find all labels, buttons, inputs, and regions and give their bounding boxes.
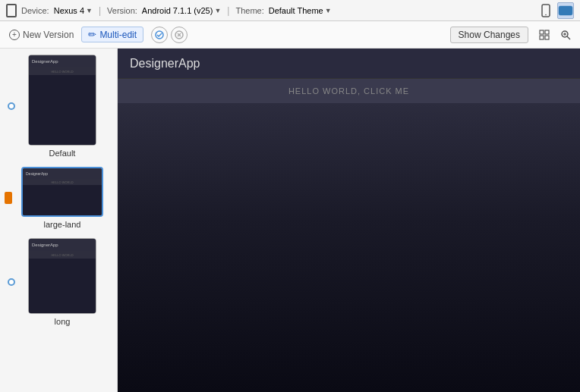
variant-label-long: long (55, 317, 71, 326)
svg-rect-10 (545, 36, 549, 39)
plus-icon: + (9, 30, 20, 40)
device-label: Device: (21, 6, 49, 15)
tablet-icon-button[interactable] (557, 2, 574, 19)
app-title: DesignerApp (130, 57, 200, 71)
check-circle-button[interactable] (151, 27, 168, 43)
variant-thumb-large-land: DesignerApp HELLO WORLD (21, 167, 103, 217)
variant-row-large-land: DesignerApp HELLO WORLD large-land (0, 167, 117, 229)
multi-edit-button[interactable]: ✏ Multi-edit (81, 27, 143, 42)
main-content: DesignerApp HELLO WORLD Default (0, 49, 580, 392)
variant-label-default: Default (49, 149, 76, 158)
device-value: Nexus 4 (54, 6, 84, 15)
variant-row-default: DesignerApp HELLO WORLD Default (0, 55, 117, 158)
version-dropdown[interactable]: Android 7.1.1 (v25) ▼ (142, 6, 221, 15)
theme-value: Default Theme (269, 6, 323, 15)
hello-world-bar: HELLO WORLD, CLICK ME (118, 79, 580, 103)
version-value: Android 7.1.1 (v25) (142, 6, 213, 15)
variant-item-default[interactable]: DesignerApp HELLO WORLD Default (13, 55, 112, 158)
zoom-icon-button[interactable] (557, 27, 574, 43)
theme-label: Theme: (235, 6, 263, 15)
multi-edit-label: Multi-edit (99, 30, 137, 40)
svg-rect-2 (559, 6, 572, 15)
new-version-button[interactable]: + New Version (6, 28, 77, 42)
orange-indicator (5, 192, 12, 204)
svg-rect-8 (545, 30, 549, 34)
new-version-label: New Version (23, 30, 74, 40)
connector-dot-long (8, 278, 15, 286)
variant-thumb-long: DesignerApp HELLO WORLD (28, 238, 96, 314)
theme-chevron-icon: ▼ (325, 7, 332, 14)
preview-content (118, 103, 580, 392)
theme-dropdown[interactable]: Default Theme ▼ (269, 6, 332, 15)
device-dropdown[interactable]: Nexus 4 ▼ (54, 6, 93, 15)
top-bar-icons (537, 2, 574, 19)
second-toolbar: + New Version ✏ Multi-edit Show Changes (0, 21, 580, 49)
top-toolbar: Device: Nexus 4 ▼ | Version: Android 7.1… (0, 0, 580, 21)
version-chevron-icon: ▼ (214, 7, 221, 14)
variant-item-long[interactable]: DesignerApp HELLO WORLD long (13, 238, 112, 326)
device-icon (6, 4, 17, 17)
variants-panel: DesignerApp HELLO WORLD Default (0, 49, 118, 392)
connector-dot-default (8, 102, 15, 110)
grid-icon-button[interactable] (536, 27, 553, 43)
pencil-icon: ✏ (88, 29, 96, 40)
svg-point-1 (545, 14, 547, 15)
action-icons (151, 27, 188, 43)
svg-rect-9 (540, 36, 544, 39)
phone-icon-button[interactable] (537, 2, 554, 19)
variant-item-large-land[interactable]: DesignerApp HELLO WORLD large-land (13, 167, 112, 229)
show-changes-button[interactable]: Show Changes (450, 27, 528, 43)
svg-rect-7 (540, 30, 544, 34)
preview-area: DesignerApp HELLO WORLD, CLICK ME (118, 49, 580, 392)
device-chevron-icon: ▼ (86, 7, 93, 14)
variant-thumb-default: DesignerApp HELLO WORLD (28, 55, 96, 146)
variant-row-long: DesignerApp HELLO WORLD long (0, 238, 117, 326)
preview-title-bar: DesignerApp (118, 49, 580, 79)
version-label: Version: (107, 6, 137, 15)
variant-label-large-land: large-land (44, 220, 81, 229)
svg-line-12 (567, 36, 570, 39)
x-circle-button[interactable] (171, 27, 188, 43)
hello-world-text: HELLO WORLD, CLICK ME (288, 86, 409, 96)
